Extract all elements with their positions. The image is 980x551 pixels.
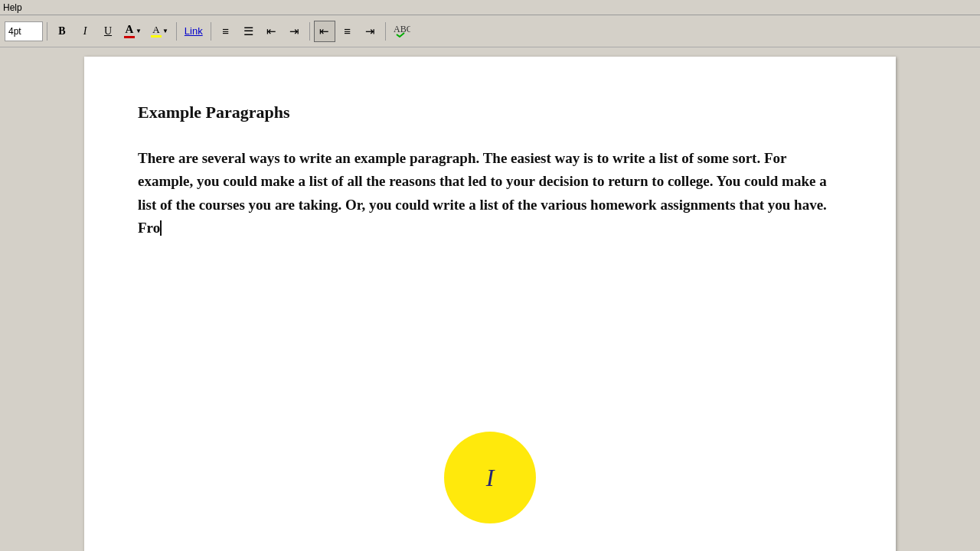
- align-right-button[interactable]: ⇥: [360, 21, 381, 42]
- ordered-list-button[interactable]: ≡: [215, 21, 237, 42]
- bold-button[interactable]: B: [51, 21, 73, 42]
- font-size-select[interactable]: 1pt 2pt 3pt 4pt 5pt 6pt 7pt: [5, 21, 43, 41]
- highlight-swatch: [151, 35, 162, 37]
- align-center-icon: ≡: [344, 24, 351, 37]
- unordered-list-button[interactable]: ☰: [238, 21, 260, 42]
- indent-icon: ⇥: [289, 24, 299, 38]
- separator-2: [176, 22, 177, 41]
- separator-4: [309, 22, 310, 41]
- svg-text:ABC: ABC: [394, 24, 410, 34]
- highlight-color-icon: A: [151, 24, 162, 37]
- highlight-dropdown-arrow: ▼: [162, 28, 168, 34]
- document-title: Example Paragraphs: [138, 103, 842, 122]
- separator-3: [211, 22, 211, 41]
- unordered-list-icon: ☰: [243, 24, 253, 38]
- align-left-icon: ⇤: [319, 24, 329, 38]
- font-size-wrapper: 1pt 2pt 3pt 4pt 5pt 6pt 7pt: [5, 21, 43, 41]
- toolbar: 1pt 2pt 3pt 4pt 5pt 6pt 7pt B I U A ▼ A …: [0, 15, 980, 47]
- italic-button[interactable]: I: [74, 21, 96, 42]
- text-color-swatch: [124, 36, 135, 38]
- menu-bar: Help: [0, 0, 980, 15]
- indent-button[interactable]: ⇥: [284, 21, 305, 42]
- document-paragraph[interactable]: There are several ways to write an examp…: [138, 147, 842, 240]
- text-color-dropdown-arrow: ▼: [136, 28, 142, 34]
- document-area: Example Paragraphs There are several way…: [0, 47, 980, 551]
- cursor-indicator: I: [444, 432, 536, 523]
- highlight-color-button[interactable]: A ▼: [147, 21, 172, 42]
- paragraph-text: There are several ways to write an examp…: [138, 150, 827, 236]
- underline-button[interactable]: U: [97, 21, 119, 42]
- link-button[interactable]: Link: [181, 21, 207, 42]
- align-right-icon: ⇥: [365, 24, 375, 38]
- document-page: Example Paragraphs There are several way…: [84, 57, 896, 551]
- text-cursor: [160, 220, 162, 236]
- text-color-button[interactable]: A ▼: [120, 21, 145, 42]
- cursor-i-beam-icon: I: [486, 464, 495, 492]
- separator-5: [385, 22, 386, 41]
- menu-help[interactable]: Help: [3, 2, 22, 13]
- align-center-button[interactable]: ≡: [337, 21, 358, 42]
- text-color-letter: A: [126, 24, 134, 35]
- spellcheck-button[interactable]: ABC: [390, 21, 414, 42]
- outdent-icon: ⇤: [266, 24, 276, 38]
- ordered-list-icon: ≡: [222, 24, 229, 37]
- highlight-letter: A: [152, 24, 159, 34]
- spellcheck-icon: ABC: [394, 22, 410, 41]
- text-color-icon: A: [124, 24, 135, 38]
- align-left-button[interactable]: ⇤: [314, 21, 335, 42]
- separator-1: [47, 22, 47, 41]
- outdent-button[interactable]: ⇤: [261, 21, 283, 42]
